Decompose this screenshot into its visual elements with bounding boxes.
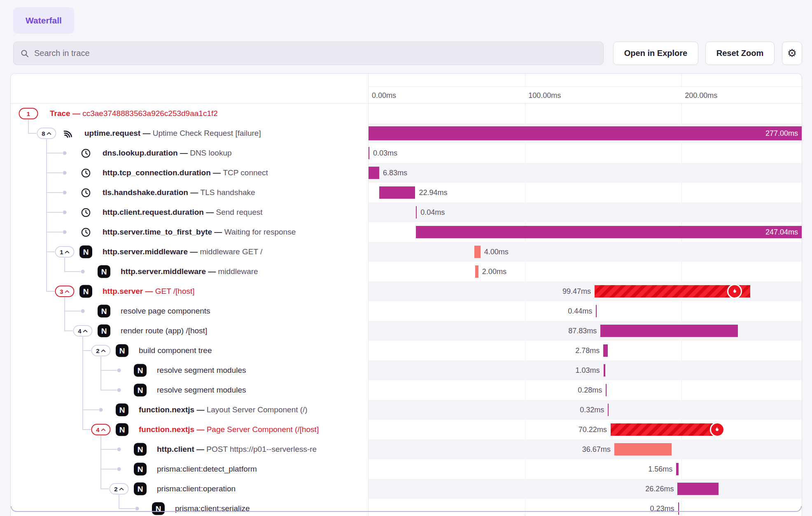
- span-label: tls.handshake.duration — TLS handshake: [103, 183, 255, 202]
- expand-collapse-badge[interactable]: 2: [110, 483, 129, 495]
- child-count: 4: [96, 426, 99, 433]
- timeline-row-13[interactable]: 1.03ms: [369, 360, 802, 380]
- timeline-column: 0.00ms 100.00ms 200.00ms 277.00ms0.03ms6…: [368, 74, 802, 516]
- span-label: uptime.request — Uptime Check Request [f…: [84, 123, 261, 143]
- timeline-row-17[interactable]: 36.67ms: [369, 439, 802, 459]
- tree-row-3[interactable]: http.tcp_connection.duration — TCP conne…: [11, 163, 368, 183]
- timeline-row-9[interactable]: 99.47ms: [369, 281, 802, 301]
- profile-fire-icon[interactable]: [710, 422, 725, 437]
- duration-bar[interactable]: [603, 344, 608, 357]
- child-count: 4: [78, 328, 81, 335]
- tree-row-4[interactable]: tls.handshake.duration — TLS handshake: [11, 183, 368, 202]
- timeline-row-19[interactable]: 26.26ms: [369, 479, 802, 499]
- duration-bar[interactable]: [596, 305, 597, 317]
- chevron-up-icon: [101, 349, 106, 352]
- tree-row-5[interactable]: http.client.request.duration — Send requ…: [11, 202, 368, 222]
- timeline-row-7[interactable]: 4.00ms: [369, 242, 802, 262]
- timeline-row-6[interactable]: 247.04ms: [369, 222, 802, 242]
- tree-row-20[interactable]: Nprisma:client:serialize: [11, 499, 368, 516]
- tree-row-11[interactable]: 4Nrender route (app) /[host]: [11, 321, 368, 341]
- chevron-up-icon: [83, 330, 88, 332]
- timeline-row-14[interactable]: 0.28ms: [369, 380, 802, 400]
- timeline-row-16[interactable]: 70.22ms: [369, 420, 802, 439]
- expand-collapse-badge[interactable]: 1: [19, 108, 38, 119]
- expand-collapse-badge[interactable]: 4: [73, 325, 93, 337]
- duration-bar[interactable]: [608, 404, 609, 416]
- timeline-minimap[interactable]: [369, 74, 802, 87]
- duration-bar[interactable]: [611, 423, 721, 436]
- tab-waterfall[interactable]: Waterfall: [13, 7, 74, 34]
- duration-bar[interactable]: [369, 147, 369, 159]
- expand-collapse-badge[interactable]: 3: [55, 286, 75, 297]
- nextjs-icon: N: [134, 443, 147, 456]
- duration-bar[interactable]: [416, 206, 417, 218]
- duration-bar[interactable]: [677, 483, 719, 495]
- expand-collapse-badge[interactable]: 2: [91, 345, 111, 356]
- sentry-logo-icon: [62, 128, 74, 139]
- clock-icon: [80, 148, 91, 159]
- open-in-explore-button[interactable]: Open in Explore: [613, 42, 698, 65]
- span-label: function.nextjs — Page Server Component …: [139, 420, 319, 439]
- timeline-row-8[interactable]: 2.00ms: [369, 262, 802, 281]
- duration-bar[interactable]: [614, 443, 672, 456]
- duration-bar[interactable]: [475, 265, 478, 278]
- tree-row-2[interactable]: dns.lookup.duration — DNS lookup: [11, 143, 368, 163]
- duration-label: 4.00ms: [484, 242, 509, 262]
- tree-row-16[interactable]: 4Nfunction.nextjs — Page Server Componen…: [11, 420, 368, 439]
- timeline-row-2[interactable]: 0.03ms: [369, 143, 802, 163]
- tree-row-13[interactable]: Nresolve segment modules: [11, 360, 368, 380]
- search-input[interactable]: Search in trace: [13, 42, 604, 65]
- tree-row-18[interactable]: Nprisma:client:detect_platform: [11, 459, 368, 479]
- timeline-row-4[interactable]: 22.94ms: [369, 183, 802, 202]
- chevron-up-icon: [101, 428, 106, 431]
- tree-row-6[interactable]: http.server.time_to_first_byte — Waiting…: [11, 222, 368, 242]
- timeline-row-12[interactable]: 2.78ms: [369, 341, 802, 360]
- duration-bar[interactable]: [474, 246, 481, 258]
- timeline-row-1[interactable]: 277.00ms: [369, 123, 802, 143]
- timeline-row-11[interactable]: 87.83ms: [369, 321, 802, 341]
- expand-collapse-badge[interactable]: 4: [91, 424, 111, 435]
- duration-label: 99.47ms: [562, 281, 591, 301]
- tree-row-15[interactable]: Nfunction.nextjs — Layout Server Compone…: [11, 400, 368, 420]
- duration-bar[interactable]: [604, 364, 605, 377]
- duration-bar[interactable]: [379, 186, 415, 199]
- timeline-row-20[interactable]: 0.23ms: [369, 499, 802, 516]
- duration-bar[interactable]: [369, 167, 379, 179]
- duration-label: 2.00ms: [482, 262, 506, 281]
- span-label: http.server.middleware — middleware: [121, 262, 258, 281]
- duration-bar[interactable]: [676, 463, 679, 475]
- duration-bar[interactable]: 277.00ms: [369, 126, 802, 140]
- timeline-row-15[interactable]: 0.32ms: [369, 400, 802, 420]
- reset-zoom-button[interactable]: Reset Zoom: [705, 42, 775, 65]
- duration-label: 70.22ms: [579, 420, 607, 439]
- expand-collapse-badge[interactable]: 8: [37, 128, 56, 139]
- span-label: function.nextjs — Layout Server Componen…: [139, 400, 308, 420]
- span-label: http.server — GET /[host]: [103, 281, 195, 301]
- tree-row-19[interactable]: 2Nprisma:client:operation: [11, 479, 368, 499]
- timeline-row-18[interactable]: 1.56ms: [369, 459, 802, 479]
- tree-row-7[interactable]: 1Nhttp.server.middleware — middleware GE…: [11, 242, 368, 262]
- duration-bar[interactable]: [606, 384, 607, 396]
- tree-row-14[interactable]: Nresolve segment modules: [11, 380, 368, 400]
- tree-row-17[interactable]: Nhttp.client — POST https://p01--serverl…: [11, 439, 368, 459]
- timeline-row-3[interactable]: 6.83ms: [369, 163, 802, 183]
- tree-row-9[interactable]: 3Nhttp.server — GET /[host]: [11, 281, 368, 301]
- duration-bar[interactable]: [600, 325, 738, 337]
- clock-icon: [80, 227, 91, 238]
- tree-row-12[interactable]: 2Nbuild component tree: [11, 341, 368, 360]
- duration-label: 0.28ms: [578, 380, 602, 400]
- duration-bar[interactable]: [678, 502, 679, 515]
- timeline-row-10[interactable]: 0.44ms: [369, 301, 802, 321]
- expand-collapse-badge[interactable]: 1: [55, 246, 75, 258]
- tree-row-10[interactable]: Nresolve page components: [11, 301, 368, 321]
- tree-row-8[interactable]: Nhttp.server.middleware — middleware: [11, 262, 368, 281]
- tree-row-0[interactable]: 1Trace — cc3ae3748883563a926c253d9aa1c1f…: [11, 104, 368, 123]
- timeline-row-5[interactable]: 0.04ms: [369, 202, 802, 222]
- clock-icon: [80, 187, 91, 198]
- child-count: 1: [60, 249, 63, 256]
- duration-bar[interactable]: 247.04ms: [416, 226, 802, 238]
- tree-row-1[interactable]: 8uptime.request — Uptime Check Request […: [11, 123, 368, 143]
- settings-button[interactable]: ⚙: [782, 42, 802, 65]
- profile-fire-icon[interactable]: [727, 284, 742, 299]
- timeline-row-0[interactable]: [369, 104, 802, 123]
